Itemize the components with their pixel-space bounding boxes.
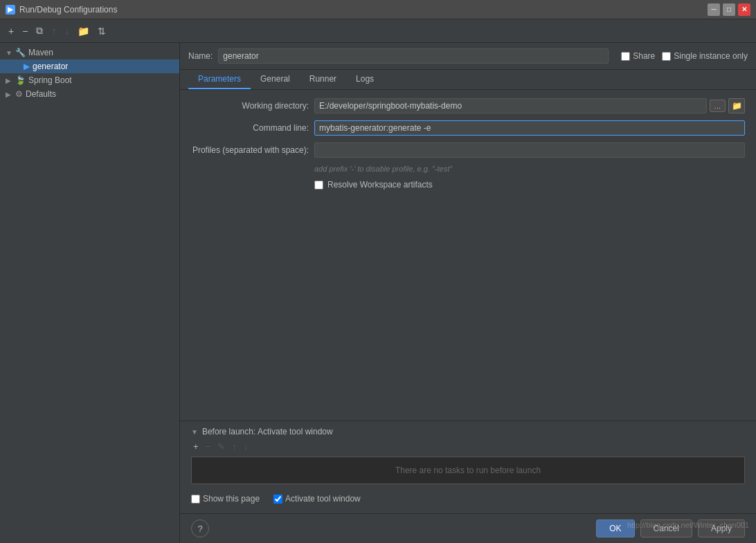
before-launch-header[interactable]: ▼ Before launch: Activate tool window <box>191 427 745 436</box>
maven-arrow: ▼ <box>6 49 12 57</box>
tab-runner[interactable]: Runner <box>300 70 346 89</box>
resolve-label: Resolve Workspace artifacts <box>327 180 433 190</box>
share-label: Share <box>633 51 655 61</box>
tree-generator-label: generator <box>33 62 68 71</box>
tree-springboot-group[interactable]: ▶ 🍃 Spring Boot <box>0 73 179 87</box>
activate-tool-label: Activate tool window <box>285 494 361 504</box>
before-launch-add-button[interactable]: + <box>191 441 201 452</box>
before-launch-up-button[interactable]: ↑ <box>230 441 239 452</box>
single-instance-label: Single instance only <box>674 51 748 61</box>
maven-icon: 🔧 <box>15 48 26 57</box>
tabs: Parameters General Runner Logs <box>180 70 756 90</box>
name-label: Name: <box>188 51 213 61</box>
content: Working directory: ... 📁 Command line: P… <box>180 90 756 421</box>
before-launch-title: Before launch: Activate tool window <box>202 427 333 436</box>
copy-config-button[interactable]: ⧉ <box>33 24 46 38</box>
title-bar-title: Run/Debug Configurations <box>19 5 117 15</box>
name-input[interactable] <box>218 48 609 64</box>
title-bar: ▶ Run/Debug Configurations ─ □ ✕ <box>0 0 756 19</box>
single-instance-checkbox[interactable] <box>662 52 671 61</box>
before-launch-arrow: ▼ <box>191 428 198 436</box>
share-checkbox[interactable] <box>621 52 630 61</box>
profiles-label: Profiles (separated with space): <box>191 145 309 155</box>
activate-tool-row: Activate tool window <box>273 494 361 504</box>
body: ▼ 🔧 Maven ▶ generator ▶ 🍃 Spring Boot ▶ … <box>0 43 756 543</box>
working-dir-folder-button[interactable]: 📁 <box>728 98 745 113</box>
command-line-input[interactable] <box>314 120 745 136</box>
show-page-row: Show this page <box>191 494 260 504</box>
dialog: + − ⧉ ↑ ↓ 📁 ⇅ ▼ 🔧 Maven ▶ generator ▶ <box>0 19 756 543</box>
name-row: Name: Share Single instance only <box>180 43 756 70</box>
cancel-button[interactable]: Cancel <box>640 519 692 537</box>
profiles-hint: add prefix '-' to disable profile, e.g. … <box>314 165 745 173</box>
bottom-checkboxes: Show this page Activate tool window <box>191 490 745 508</box>
right-panel: Name: Share Single instance only Paramet… <box>180 43 756 543</box>
folder-button[interactable]: 📁 <box>75 24 92 38</box>
ok-button[interactable]: OK <box>596 519 634 537</box>
run-debug-icon: ▶ <box>6 5 15 15</box>
dir-row: ... 📁 <box>314 98 745 113</box>
title-bar-controls: ─ □ ✕ <box>708 3 750 16</box>
spring-icon: 🍃 <box>15 75 26 85</box>
command-line-label: Command line: <box>191 123 309 133</box>
move-up-button[interactable]: ↑ <box>48 24 59 38</box>
defaults-icon: ⚙ <box>15 89 23 99</box>
title-bar-left: ▶ Run/Debug Configurations <box>6 5 117 15</box>
tree-generator-item[interactable]: ▶ generator <box>0 59 179 73</box>
help-button[interactable]: ? <box>191 519 209 537</box>
working-dir-ellipsis-button[interactable]: ... <box>710 100 726 112</box>
working-dir-label: Working directory: <box>191 101 309 111</box>
minimize-button[interactable]: ─ <box>708 3 720 16</box>
generator-run-icon: ▶ <box>24 62 30 71</box>
add-config-button[interactable]: + <box>6 24 17 38</box>
before-launch-down-button[interactable]: ↓ <box>242 441 251 452</box>
sort-button[interactable]: ⇅ <box>95 24 109 38</box>
tree-defaults-label: Defaults <box>26 89 56 99</box>
profiles-input[interactable] <box>314 142 745 158</box>
no-tasks-text: There are no tasks to run before launch <box>395 466 541 475</box>
before-launch-section: ▼ Before launch: Activate tool window + … <box>180 421 756 513</box>
show-page-label: Show this page <box>203 494 260 504</box>
left-panel: ▼ 🔧 Maven ▶ generator ▶ 🍃 Spring Boot ▶ … <box>0 43 180 543</box>
profiles-row: Profiles (separated with space): <box>191 142 745 158</box>
springboot-arrow: ▶ <box>6 77 12 84</box>
button-bar-right: OK Cancel Apply <box>596 519 745 537</box>
tab-logs[interactable]: Logs <box>346 70 384 89</box>
show-page-checkbox[interactable] <box>191 495 200 504</box>
remove-config-button[interactable]: − <box>19 24 30 38</box>
working-dir-input[interactable] <box>314 98 707 113</box>
apply-button[interactable]: Apply <box>698 519 745 537</box>
resolve-checkbox[interactable] <box>314 181 323 190</box>
activate-tool-checkbox[interactable] <box>273 495 282 504</box>
header-right: Share Single instance only <box>621 51 748 61</box>
close-button[interactable]: ✕ <box>738 3 750 16</box>
tree-maven-group[interactable]: ▼ 🔧 Maven <box>0 46 179 59</box>
before-launch-list: There are no tasks to run before launch <box>191 457 745 484</box>
single-instance-checkbox-row: Single instance only <box>662 51 748 61</box>
share-checkbox-row: Share <box>621 51 655 61</box>
toolbar: + − ⧉ ↑ ↓ 📁 ⇅ <box>0 19 756 43</box>
working-dir-row: Working directory: ... 📁 <box>191 98 745 113</box>
defaults-arrow: ▶ <box>6 91 12 98</box>
maximize-button[interactable]: □ <box>723 3 735 16</box>
move-down-button[interactable]: ↓ <box>62 24 72 38</box>
tab-parameters[interactable]: Parameters <box>188 70 251 89</box>
command-line-row: Command line: <box>191 120 745 136</box>
tree-maven-label: Maven <box>28 48 53 57</box>
before-launch-toolbar: + − ✎ ↑ ↓ <box>191 441 745 452</box>
tree-defaults-group[interactable]: ▶ ⚙ Defaults <box>0 87 179 101</box>
tree-springboot-label: Spring Boot <box>28 75 72 85</box>
before-launch-remove-button[interactable]: − <box>204 441 213 452</box>
resolve-row: Resolve Workspace artifacts <box>314 180 745 190</box>
button-bar: ? OK Cancel Apply <box>180 513 756 543</box>
tab-general[interactable]: General <box>251 70 300 89</box>
before-launch-edit-button[interactable]: ✎ <box>215 441 227 452</box>
